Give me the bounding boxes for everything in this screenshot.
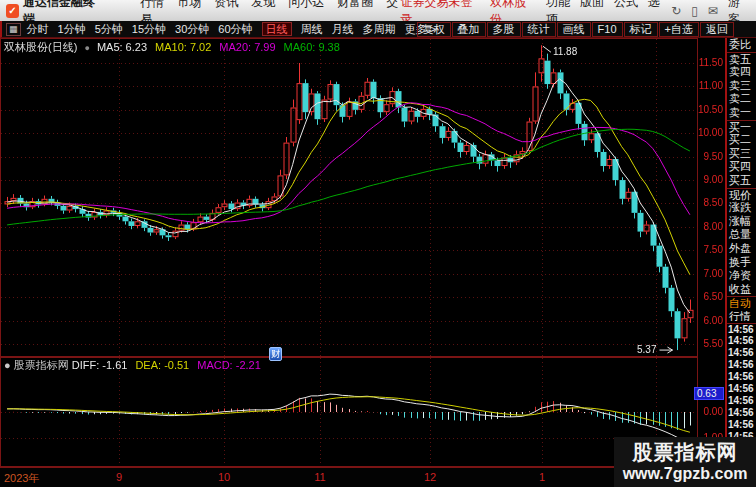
toolbar-button[interactable]: 统计 bbox=[522, 22, 556, 37]
titlebar-menu-item[interactable]: 市场 bbox=[177, 0, 201, 9]
indicator-legend-item: MACD: -2.21 bbox=[197, 359, 261, 371]
price-axis-label: 7.50 bbox=[695, 244, 723, 255]
quote-row[interactable]: 卖五 bbox=[727, 52, 756, 66]
quote-row[interactable]: 自动 bbox=[727, 296, 756, 310]
indicator-dot-icon[interactable]: ● bbox=[84, 43, 89, 53]
quote-row[interactable]: 卖四 bbox=[727, 65, 756, 79]
toolbar-button[interactable]: 多股 bbox=[487, 22, 521, 37]
message-icon[interactable]: ✉ bbox=[708, 4, 718, 18]
toolbar-button[interactable]: +自选 bbox=[659, 22, 699, 37]
tick-time-row: 14:56 bbox=[727, 347, 756, 359]
tick-time-row: 14:56 bbox=[727, 359, 756, 371]
titlebar-menu-item[interactable]: 行情 bbox=[140, 0, 164, 9]
period-tab[interactable]: 1分钟 bbox=[58, 23, 86, 35]
refresh-icon[interactable]: ↻ bbox=[671, 4, 681, 18]
indicator-dot-icon[interactable]: ● bbox=[4, 359, 11, 371]
toolbar-button[interactable]: F10 bbox=[592, 22, 623, 37]
candlestick-chart-canvas[interactable] bbox=[0, 38, 725, 357]
period-tab[interactable]: 多周期 bbox=[363, 23, 396, 35]
quote-row[interactable]: 卖一 bbox=[727, 106, 756, 120]
titlebar-right-menu-item[interactable]: 版面 bbox=[580, 0, 604, 9]
quote-row[interactable]: 买二 bbox=[727, 133, 756, 147]
price-axis-label: 10.50 bbox=[695, 104, 723, 115]
quote-row[interactable]: 委比 bbox=[727, 38, 756, 52]
titlebar-right-menu-item[interactable]: 功能 bbox=[546, 0, 570, 9]
period-tab[interactable]: 15分钟 bbox=[132, 23, 166, 35]
toolbar-button[interactable]: 返回 bbox=[700, 22, 734, 37]
month-label: 10 bbox=[218, 471, 230, 483]
indicator-header: ● 股票指标网 DIFF: -1.61DEA: -0.51MACD: -2.21 bbox=[4, 358, 269, 373]
indicator-value-badge: 0.63 bbox=[694, 387, 724, 400]
indicator-legend: DIFF: -1.61DEA: -0.51MACD: -2.21 bbox=[72, 359, 269, 371]
titlebar-menu-item[interactable]: 资讯 bbox=[214, 0, 238, 9]
month-label: 12 bbox=[424, 471, 436, 483]
ma-legend: MA5: 6.23MA10: 7.02MA20: 7.99MA60: 9.38 bbox=[97, 41, 348, 53]
titlebar-menu-item[interactable]: 财富圈 bbox=[337, 0, 373, 9]
chart-header: 双林股份(日线) ● MA5: 6.23MA10: 7.02MA20: 7.99… bbox=[4, 40, 348, 55]
period-tab[interactable]: 月线 bbox=[332, 23, 354, 35]
year-label: 2023年 bbox=[4, 471, 39, 486]
watermark-title: 股票指标网 bbox=[614, 440, 756, 464]
watermark-url: www.7gpzb.com bbox=[614, 464, 756, 484]
quote-row[interactable]: 涨幅 bbox=[727, 215, 756, 229]
quote-row[interactable]: 买四 bbox=[727, 160, 756, 174]
tdx-terminal-window: ✓ 通达信金融终端 行情市场资讯发现问小达财富圈交易 证券交易未登录 双林股份 … bbox=[0, 0, 756, 487]
quote-row[interactable]: 行情 bbox=[727, 310, 756, 324]
toolbar-button[interactable]: 叠加 bbox=[452, 22, 486, 37]
price-axis-label: 6.00 bbox=[695, 315, 723, 326]
toolbar-button[interactable]: 复权 bbox=[417, 22, 451, 37]
quote-row[interactable]: 买五 bbox=[727, 174, 756, 188]
quote-row[interactable]: 净资 bbox=[727, 269, 756, 283]
ma-legend-item: MA5: 6.23 bbox=[97, 41, 147, 53]
indicator-legend-item: DEA: -0.51 bbox=[135, 359, 189, 371]
period-tab[interactable]: 30分钟 bbox=[175, 23, 209, 35]
quote-row[interactable]: 涨跌 bbox=[727, 201, 756, 215]
quote-panel: 委比卖五卖四卖三卖二卖一买一买二买三买四买五现价涨跌涨幅总量外盘换手净资收益自动… bbox=[725, 38, 756, 467]
quote-row[interactable]: 换手 bbox=[727, 256, 756, 270]
indicator-source[interactable]: 股票指标网 bbox=[14, 359, 69, 371]
price-axis-label: 7.00 bbox=[695, 268, 723, 279]
period-toolbar: ▦ 分时1分钟5分钟15分钟30分钟60分钟日线周线月线多周期更多 > 复权叠加… bbox=[0, 21, 756, 38]
quote-row[interactable]: 总量 bbox=[727, 228, 756, 242]
price-axis-label: 11.00 bbox=[695, 80, 723, 91]
indicator-legend-item: DIFF: -1.61 bbox=[72, 359, 128, 371]
period-tab[interactable]: 周线 bbox=[301, 23, 323, 35]
quote-row[interactable]: 外盘 bbox=[727, 242, 756, 256]
toolbar-button[interactable]: 画线 bbox=[557, 22, 591, 37]
tick-time-row: 14:56 bbox=[727, 407, 756, 419]
tick-time-row: 14:56 bbox=[727, 335, 756, 347]
quote-row[interactable]: 收益 bbox=[727, 283, 756, 297]
chart-column: 双林股份(日线) ● MA5: 6.23MA10: 7.02MA20: 7.99… bbox=[0, 38, 725, 467]
period-tab[interactable]: 分时 bbox=[27, 23, 49, 35]
quote-row[interactable]: 买一 bbox=[727, 120, 756, 134]
layout-icon[interactable]: ▦ bbox=[6, 23, 21, 36]
period-tab[interactable]: 日线 bbox=[262, 22, 292, 36]
tick-time-row: 14:56 bbox=[727, 371, 756, 383]
wealth-marker-icon[interactable]: 财 bbox=[269, 347, 282, 361]
main-chart-area: 双林股份(日线) ● MA5: 6.23MA10: 7.02MA20: 7.99… bbox=[0, 38, 725, 357]
price-axis-label: 11.50 bbox=[695, 57, 723, 68]
chart-title[interactable]: 双林股份(日线) bbox=[4, 41, 77, 53]
price-axis-label: 10.00 bbox=[695, 127, 723, 138]
titlebar-menu-item[interactable]: 问小达 bbox=[288, 0, 324, 9]
period-tab[interactable]: 60分钟 bbox=[218, 23, 252, 35]
tick-time-row: 14:56 bbox=[727, 323, 756, 335]
period-tab[interactable]: 5分钟 bbox=[95, 23, 123, 35]
tick-time-row: 14:56 bbox=[727, 395, 756, 407]
ma-legend-item: MA60: 9.38 bbox=[284, 41, 340, 53]
price-axis-label: 8.50 bbox=[695, 197, 723, 208]
month-label: 11 bbox=[314, 471, 325, 483]
phone-icon[interactable]: ▯ bbox=[691, 4, 698, 18]
titlebar-menu-item[interactable]: 发现 bbox=[251, 0, 275, 9]
price-axis-label: 9.50 bbox=[695, 151, 723, 162]
indicator-axis-label: 0.00 bbox=[693, 406, 723, 417]
quote-row[interactable]: 卖二 bbox=[727, 92, 756, 106]
quote-row[interactable]: 买三 bbox=[727, 147, 756, 161]
titlebar-right-menu-item[interactable]: 公式 bbox=[614, 0, 638, 9]
quote-row[interactable]: 卖三 bbox=[727, 79, 756, 93]
quote-row[interactable]: 现价 bbox=[727, 188, 756, 202]
tick-time-row: 14:56 bbox=[727, 419, 756, 431]
price-axis-label: 9.00 bbox=[695, 174, 723, 185]
tick-time-row: 14:56 bbox=[727, 383, 756, 395]
toolbar-button[interactable]: 标记 bbox=[624, 22, 658, 37]
